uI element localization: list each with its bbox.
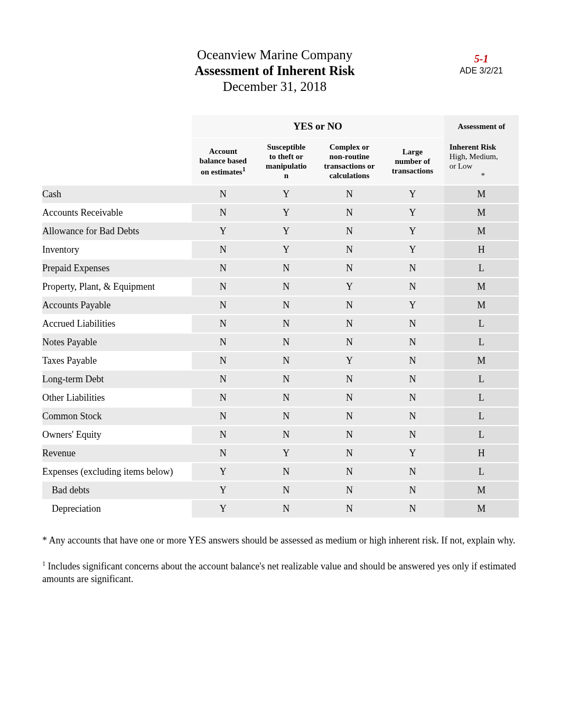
cell-c4: N <box>381 389 444 407</box>
cell-c4: Y <box>381 296 444 315</box>
col5-line4: * <box>450 171 517 180</box>
cell-c3: Y <box>318 352 381 370</box>
row-label: Owners' Equity <box>42 426 192 444</box>
cell-c4: N <box>381 278 444 296</box>
cell-c1: N <box>192 185 255 204</box>
table-row: DepreciationYNNNM <box>42 500 519 518</box>
col5-line2: High, Medium, <box>450 152 498 161</box>
document-title: Assessment of Inherent Risk <box>106 63 444 78</box>
row-label: Long-term Debt <box>42 370 192 389</box>
cell-c4: Y <box>381 204 444 222</box>
cell-c2: Y <box>255 185 318 204</box>
table-row: Notes PayableNNNNL <box>42 333 519 352</box>
cell-c1: N <box>192 259 255 278</box>
table-row: RevenueNYNYH <box>42 444 519 463</box>
cell-c2: N <box>255 278 318 296</box>
row-label: Allowance for Bad Debts <box>42 222 192 241</box>
document-date: December 31, 2018 <box>106 79 444 94</box>
col5-line3: or Low <box>450 162 473 170</box>
cell-c1: Y <box>192 222 255 241</box>
reference-number: 5-1 <box>460 53 503 65</box>
table-row: Common StockNNNNL <box>42 407 519 426</box>
cell-c2: N <box>255 463 318 481</box>
cell-c2: N <box>255 315 318 333</box>
yesno-group-header: YES or NO <box>192 115 444 138</box>
cell-c3: N <box>318 296 381 315</box>
cell-c2: N <box>255 500 318 518</box>
row-label: Accounts Payable <box>42 296 192 315</box>
row-label: Prepaid Expenses <box>42 259 192 278</box>
cell-c3: N <box>318 259 381 278</box>
cell-c3: N <box>318 315 381 333</box>
row-label: Taxes Payable <box>42 352 192 370</box>
title-block: Oceanview Marine Company Assessment of I… <box>42 48 444 94</box>
table-header-row-1: YES or NO Assessment of <box>42 115 519 138</box>
row-label: Bad debts <box>42 481 192 500</box>
cell-c3: N <box>318 185 381 204</box>
cell-c4: Y <box>381 185 444 204</box>
col1-line3: on estimates <box>201 168 242 176</box>
row-label: Accounts Receivable <box>42 204 192 222</box>
cell-risk: L <box>444 333 519 352</box>
cell-c1: N <box>192 204 255 222</box>
footnote-1-text: Includes significant concerns about the … <box>42 561 516 584</box>
company-name: Oceanview Marine Company <box>106 48 444 62</box>
table-row: Allowance for Bad DebtsYYNYM <box>42 222 519 241</box>
row-label: Revenue <box>42 444 192 463</box>
col3-line1: Complex or <box>330 143 369 151</box>
cell-c4: Y <box>381 444 444 463</box>
empty-header <box>42 115 192 138</box>
col-header-complex: Complex or non-routine transactions or c… <box>318 138 381 186</box>
col1-line2: balance based <box>200 156 247 165</box>
footnote-asterisk: * Any accounts that have one or more YES… <box>42 535 519 547</box>
col-header-susceptible: Susceptible to theft or manipulatio n <box>255 138 318 186</box>
cell-c3: N <box>318 241 381 259</box>
cell-c2: Y <box>255 222 318 241</box>
table-row: Accrued LiabilitiesNNNNL <box>42 315 519 333</box>
cell-c4: N <box>381 463 444 481</box>
col1-line1: Account <box>209 147 237 155</box>
table-row: Owners' EquityNNNNL <box>42 426 519 444</box>
cell-c4: N <box>381 407 444 426</box>
cell-risk: L <box>444 259 519 278</box>
cell-c3: N <box>318 204 381 222</box>
table-row: Other LiabilitiesNNNNL <box>42 389 519 407</box>
table-body: CashNYNYMAccounts ReceivableNYNYMAllowan… <box>42 185 519 518</box>
cell-risk: L <box>444 370 519 389</box>
cell-c2: N <box>255 370 318 389</box>
cell-c4: N <box>381 500 444 518</box>
footnote-1: 1 Includes significant concerns about th… <box>42 560 519 585</box>
cell-c1: N <box>192 389 255 407</box>
cell-c1: N <box>192 370 255 389</box>
table-row: Accounts ReceivableNYNYM <box>42 204 519 222</box>
assessment-group-header: Assessment of <box>444 115 519 138</box>
table-row: Prepaid ExpensesNNNNL <box>42 259 519 278</box>
cell-c3: N <box>318 370 381 389</box>
cell-c1: N <box>192 315 255 333</box>
cell-c2: N <box>255 407 318 426</box>
cell-c4: Y <box>381 222 444 241</box>
col5-line1: Inherent Risk <box>450 143 497 151</box>
cell-c3: N <box>318 444 381 463</box>
cell-risk: M <box>444 296 519 315</box>
cell-risk: M <box>444 500 519 518</box>
cell-c1: N <box>192 296 255 315</box>
row-label: Other Liabilities <box>42 389 192 407</box>
cell-c2: N <box>255 426 318 444</box>
cell-c3: N <box>318 333 381 352</box>
cell-c4: N <box>381 352 444 370</box>
cell-risk: H <box>444 241 519 259</box>
row-label: Cash <box>42 185 192 204</box>
cell-c2: N <box>255 481 318 500</box>
col4-line2: number of <box>395 157 431 165</box>
col1-sup: 1 <box>242 165 246 173</box>
cell-c2: N <box>255 296 318 315</box>
cell-c1: N <box>192 333 255 352</box>
col3-line2: non-routine <box>330 152 370 161</box>
reference-box: 5-1 ADE 3/2/21 <box>444 48 519 81</box>
row-label: Common Stock <box>42 407 192 426</box>
cell-risk: L <box>444 426 519 444</box>
cell-c1: Y <box>192 500 255 518</box>
table-row: InventoryNYNYH <box>42 241 519 259</box>
col2-line1: Susceptible <box>267 143 306 151</box>
